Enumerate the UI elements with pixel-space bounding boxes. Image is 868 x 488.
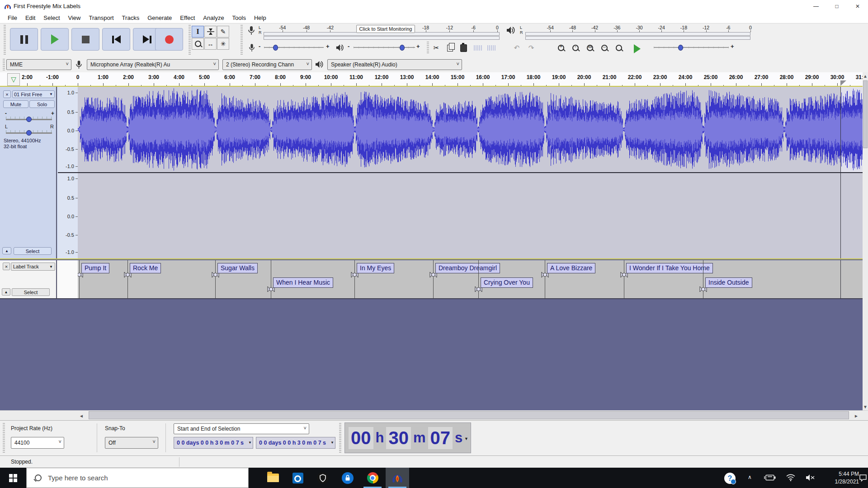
menu-analyze[interactable]: Analyze <box>199 13 228 23</box>
selection-toolbar-grip[interactable] <box>3 423 5 453</box>
record-volume-slider[interactable] <box>264 47 324 48</box>
menu-generate[interactable]: Generate <box>143 13 176 23</box>
label-track-close-button[interactable]: × <box>3 263 10 270</box>
stop-button[interactable] <box>71 28 99 51</box>
tools-toolbar-grip[interactable] <box>189 25 191 56</box>
menu-tracks[interactable]: Tracks <box>118 13 144 23</box>
action-center-icon[interactable] <box>859 474 867 482</box>
record-volume-thumb[interactable] <box>273 45 278 51</box>
paste-button[interactable] <box>458 42 469 53</box>
volume-muted-tray-icon[interactable] <box>806 474 816 481</box>
taskbar-icon-file-explorer[interactable] <box>261 468 285 488</box>
menu-select[interactable]: Select <box>39 13 64 23</box>
solo-button[interactable]: Solo <box>29 100 55 108</box>
scroll-down-icon[interactable]: ▼ <box>863 404 868 409</box>
label-text-crying-over-you[interactable]: Crying Over You <box>481 277 533 288</box>
timeshift-tool-button[interactable]: ↔ <box>204 38 217 50</box>
multi-tool-button[interactable]: ✳ <box>217 38 229 50</box>
play-volume-thumb[interactable] <box>400 45 405 51</box>
taskbar-clock[interactable]: 5:44 PM 1/28/2021 <box>821 470 859 486</box>
pause-button[interactable] <box>10 28 38 51</box>
zoom-toggle-button[interactable] <box>613 42 625 53</box>
taskbar-icon-chrome[interactable] <box>361 468 384 488</box>
edit-toolbar-grip[interactable] <box>427 42 429 54</box>
gain-slider-thumb[interactable] <box>26 117 32 122</box>
start-button[interactable] <box>0 468 26 488</box>
taskbar-icon-lock-app[interactable] <box>336 468 359 488</box>
maximize-button[interactable]: □ <box>826 0 847 13</box>
scroll-up-icon[interactable]: ▲ <box>863 73 868 79</box>
play-speed-thumb[interactable] <box>678 45 683 51</box>
cut-button[interactable]: ✂ <box>430 42 442 53</box>
scroll-left-icon[interactable]: ◄ <box>78 413 85 419</box>
meter-toolbar-grip[interactable] <box>241 25 243 56</box>
battery-tray-icon[interactable] <box>764 474 776 481</box>
play-speed-slider[interactable] <box>654 47 729 48</box>
scroll-right-icon[interactable]: ► <box>853 413 860 419</box>
play-at-speed-button[interactable] <box>634 44 641 53</box>
zoom-fit-button[interactable]: ↔ <box>599 42 610 53</box>
output-device-select[interactable]: Speaker (Realtek(R) Audio) <box>327 59 462 70</box>
skip-start-button[interactable] <box>102 28 130 51</box>
playhead-pointer-icon[interactable] <box>840 80 846 86</box>
timeline-ruler[interactable]: ▽ 2:00-1:0001:002:003:004:005:006:007:00… <box>0 72 868 88</box>
audio-track-control-panel[interactable]: × 01 First Free▼ Mute Solo - + L R Stere… <box>0 87 57 258</box>
play-button[interactable] <box>41 28 69 51</box>
audio-host-select[interactable]: MME <box>6 59 71 70</box>
label-text-in-my-eyes[interactable]: In My Eyes <box>357 263 394 273</box>
track-title-menu[interactable]: 01 First Free▼ <box>12 90 55 98</box>
project-rate-select[interactable]: 44100 <box>11 437 64 449</box>
play-meter-bar-right[interactable] <box>525 36 750 40</box>
zoom-in-button[interactable]: + <box>555 42 567 53</box>
track-collapse-button[interactable]: ▲ <box>2 247 11 254</box>
input-device-select[interactable]: Microphone Array (Realtek(R) Au <box>87 59 219 70</box>
label-text-dreamboy-dreamgirl[interactable]: Dreamboy Dreamgirl <box>435 263 500 273</box>
menu-edit[interactable]: Edit <box>21 13 39 23</box>
minimize-button[interactable]: — <box>806 0 826 13</box>
selection-mode-select[interactable]: Start and End of Selection <box>174 423 309 434</box>
waveform-right-channel[interactable] <box>78 87 863 172</box>
zoom-selection-button[interactable]: ▭ <box>584 42 596 53</box>
label-text-i-wonder-if-i-take-you-home[interactable]: I Wonder If I Take You Home <box>626 263 713 273</box>
label-text-when-i-hear-music[interactable]: When I Hear Music <box>273 277 333 288</box>
taskbar-icon-shield-app[interactable] <box>311 468 335 488</box>
copy-button[interactable] <box>444 42 456 53</box>
close-button[interactable]: ✕ <box>847 0 868 13</box>
label-track-collapse-button[interactable]: ▲ <box>2 288 10 296</box>
zoom-out-button[interactable]: - <box>570 42 581 53</box>
label-text-pump-it[interactable]: Pump It <box>81 263 109 273</box>
horizontal-scrollbar-thumb[interactable] <box>89 411 849 419</box>
track-close-button[interactable]: × <box>3 90 11 98</box>
label-track-control-panel[interactable]: × Label Track▼ ▲ Select <box>0 260 57 298</box>
draw-tool-button[interactable]: ✎ <box>217 26 229 38</box>
menu-view[interactable]: View <box>64 13 85 23</box>
label-text-inside-outside[interactable]: Inside Outside <box>705 277 752 288</box>
hidden-icons-chevron-icon[interactable]: ∧ <box>748 474 752 480</box>
menu-tools[interactable]: Tools <box>228 13 250 23</box>
snap-to-select[interactable]: Off <box>105 437 158 449</box>
selection-start-field[interactable]: 0 0 days 0 0 h 3 0 m 0 7 s <box>174 437 253 449</box>
track-select-button[interactable]: Select <box>14 247 52 255</box>
zoom-tool-button[interactable] <box>192 38 204 50</box>
record-meter-bar-right[interactable] <box>264 36 500 40</box>
selection-tool-button[interactable]: I <box>192 26 204 38</box>
menu-help[interactable]: Help <box>250 13 270 23</box>
mute-button[interactable]: Mute <box>3 100 28 108</box>
label-text-a-love-bizzare[interactable]: A Love Bizzare <box>547 263 595 273</box>
time-toolbar-grip[interactable] <box>339 423 341 453</box>
play-meter-bar-left[interactable] <box>525 32 750 36</box>
audio-position-display[interactable]: 00h30m07s <box>344 422 471 453</box>
selection-end-field[interactable]: 0 0 days 0 0 h 3 0 m 0 7 s <box>256 437 335 449</box>
label-text-sugar-walls[interactable]: Sugar Walls <box>217 263 258 273</box>
envelope-tool-button[interactable] <box>204 26 217 38</box>
label-text-rock-me[interactable]: Rock Me <box>130 263 161 273</box>
taskbar-icon-outlook[interactable] <box>286 468 310 488</box>
label-area[interactable]: Pump ItRock MeSugar WallsWhen I Hear Mus… <box>78 260 863 298</box>
transport-toolbar-grip[interactable] <box>4 25 6 56</box>
menu-effect[interactable]: Effect <box>176 13 199 23</box>
record-meter-mic-icon[interactable] <box>248 26 255 35</box>
taskbar-icon-audacity[interactable] <box>386 468 409 488</box>
label-track-select-button[interactable]: Select <box>12 288 50 296</box>
pan-slider-thumb[interactable] <box>26 130 32 136</box>
get-help-tray-icon[interactable]: ? <box>724 473 736 484</box>
